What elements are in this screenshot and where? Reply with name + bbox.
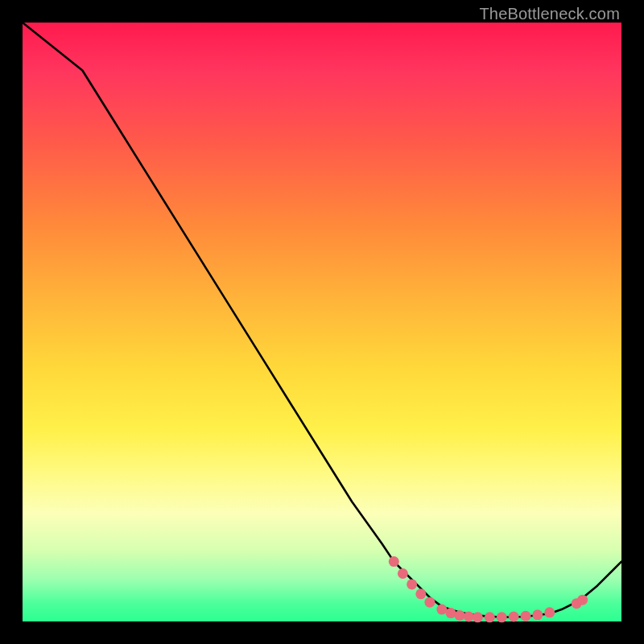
chart-frame: TheBottleneck.com — [0, 0, 644, 644]
curve-marker — [407, 579, 417, 589]
curve-markers — [389, 556, 588, 622]
curve-marker — [455, 610, 465, 621]
curve-marker — [424, 597, 435, 608]
curve-marker — [497, 612, 507, 622]
curve-marker — [544, 607, 555, 617]
curve-marker — [398, 568, 408, 579]
curve-marker — [509, 612, 519, 622]
curve-marker — [485, 612, 495, 622]
curve-marker — [577, 595, 588, 605]
curve-marker — [473, 612, 483, 622]
curve-marker — [436, 605, 447, 615]
watermark-text: TheBottleneck.com — [479, 5, 620, 23]
bottleneck-curve — [23, 23, 621, 617]
plot-area — [23, 23, 621, 621]
curve-layer — [23, 23, 621, 621]
curve-marker — [415, 588, 426, 599]
curve-marker — [464, 612, 474, 622]
curve-marker — [532, 609, 543, 620]
curve-marker — [389, 556, 399, 567]
curve-marker — [446, 608, 456, 618]
curve-marker — [521, 611, 531, 621]
